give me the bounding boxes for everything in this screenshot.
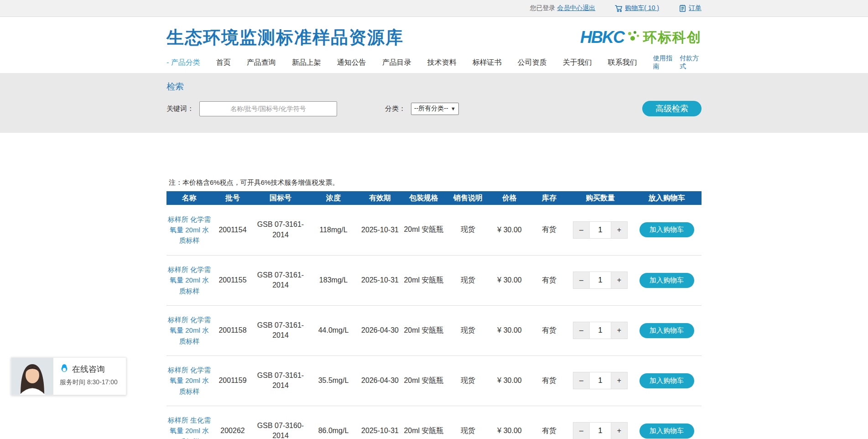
add-to-cart-button[interactable]: 加入购物车 (639, 222, 694, 237)
col-header-quantity: 购买数量 (569, 191, 632, 205)
concentration: 44.0mg/L (308, 305, 359, 355)
quantity-stepper: – + (573, 372, 628, 389)
add-to-cart-button[interactable]: 加入购物车 (639, 273, 694, 288)
batch-number: 2001159 (212, 355, 253, 406)
advanced-search-button[interactable]: 高级检索 (642, 101, 702, 116)
product-name-link[interactable]: 标样所 化学需氧量 20ml 水质标样 (168, 215, 211, 245)
gsb-number: GSB 07-3161-2014 (253, 355, 308, 406)
add-to-cart-button[interactable]: 加入购物车 (639, 423, 694, 439)
keyword-label: 关键词： (166, 105, 194, 113)
batch-number: 2001154 (212, 205, 253, 255)
nav-product-search[interactable]: 产品查询 (247, 58, 276, 68)
nav-company-qualifications[interactable]: 公司资质 (518, 58, 547, 68)
col-header-stock: 库存 (530, 191, 569, 205)
quantity-input[interactable] (589, 272, 611, 288)
quantity-increase-button[interactable]: + (611, 322, 627, 339)
concentration: 118mg/L (308, 205, 359, 255)
search-section-title: 检索 (166, 81, 702, 93)
gsb-number: GSB 07-3161-2014 (253, 255, 308, 305)
table-row: 标样所 化学需氧量 20ml 水质标样 2001159 GSB 07-3161-… (166, 355, 702, 406)
sales-note: 现货 (447, 205, 489, 255)
stock-status: 有货 (530, 255, 569, 305)
nav-sample-certificates[interactable]: 标样证书 (473, 58, 502, 68)
gsb-number: GSB 07-3160-2014 (253, 406, 308, 439)
table-row: 标样所 生化需氧量 20ml 水质标样 200262 GSB 07-3160-2… (166, 406, 702, 439)
header: 生态环境监测标准样品资源库 HBKC 环标科创 - 产品分类 首页 产品查询 新… (0, 17, 868, 73)
expiry-date: 2026-04-30 (359, 305, 401, 355)
quantity-increase-button[interactable]: + (611, 222, 627, 238)
nav-about-us[interactable]: 关于我们 (563, 58, 592, 68)
main-nav: - 产品分类 首页 产品查询 新品上架 通知公告 产品目录 技术资料 标样证书 … (166, 54, 702, 71)
quantity-decrease-button[interactable]: – (573, 322, 589, 339)
login-status-text: 您已登录 (530, 4, 555, 12)
stock-status: 有货 (530, 355, 569, 406)
chevron-down-icon: ▼ (451, 106, 456, 111)
stock-status: 有货 (530, 305, 569, 355)
quantity-stepper: – + (573, 422, 628, 439)
product-table-body: 标样所 化学需氧量 20ml 水质标样 2001154 GSB 07-3161-… (166, 205, 702, 439)
category-label: 分类： (385, 105, 405, 113)
nav-payment-methods[interactable]: 付款方式 (680, 54, 702, 71)
quantity-stepper: – + (573, 221, 628, 239)
online-chat-widget[interactable]: 在线咨询 服务时间 8:30-17:00 (11, 357, 126, 395)
price: ¥ 30.00 (489, 406, 530, 439)
nav-announcements[interactable]: 通知公告 (337, 58, 366, 68)
expiry-date: 2026-04-30 (359, 355, 401, 406)
chat-title: 在线咨询 (72, 364, 105, 375)
nav-contact-us[interactable]: 联系我们 (608, 58, 637, 68)
keyword-input[interactable] (199, 101, 337, 116)
add-to-cart-button[interactable]: 加入购物车 (639, 373, 694, 388)
concentration: 183mg/L (308, 255, 359, 305)
product-name-link[interactable]: 标样所 生化需氧量 20ml 水质标样 (168, 416, 211, 439)
package-spec: 20ml 安瓿瓶 (401, 406, 447, 439)
batch-number: 200262 (212, 406, 253, 439)
quantity-increase-button[interactable]: + (611, 372, 627, 389)
col-header-batch: 批号 (212, 191, 253, 205)
add-to-cart-button[interactable]: 加入购物车 (639, 323, 694, 338)
product-name-link[interactable]: 标样所 化学需氧量 20ml 水质标样 (168, 366, 211, 395)
orders-link[interactable]: 订单 (689, 4, 702, 12)
quantity-input[interactable] (589, 423, 611, 439)
quantity-decrease-button[interactable]: – (573, 423, 589, 439)
nav-user-guide[interactable]: 使用指南 (653, 54, 675, 71)
sales-note: 现货 (447, 255, 489, 305)
quantity-decrease-button[interactable]: – (573, 372, 589, 389)
stock-status: 有货 (530, 205, 569, 255)
quantity-input[interactable] (589, 222, 611, 238)
chat-service-hours: 服务时间 8:30-17:00 (60, 378, 126, 387)
quantity-increase-button[interactable]: + (611, 272, 627, 288)
col-header-concentration: 浓度 (308, 191, 359, 205)
logout-link[interactable]: 退出 (582, 4, 595, 12)
quantity-decrease-button[interactable]: – (573, 272, 589, 288)
quantity-stepper: – + (573, 322, 628, 339)
nav-home[interactable]: 首页 (216, 58, 231, 68)
product-name-link[interactable]: 标样所 化学需氧量 20ml 水质标样 (168, 266, 211, 295)
package-spec: 20ml 安瓿瓶 (401, 305, 447, 355)
cart-icon (614, 4, 623, 13)
quantity-decrease-button[interactable]: – (573, 222, 589, 238)
category-select[interactable]: --所有分类-- ▼ (411, 103, 459, 115)
nav-new-products[interactable]: 新品上架 (292, 58, 321, 68)
expiry-date: 2025-10-31 (359, 255, 401, 305)
table-row: 标样所 化学需氧量 20ml 水质标样 2001154 GSB 07-3161-… (166, 205, 702, 255)
quantity-input[interactable] (589, 322, 611, 339)
expiry-date: 2025-10-31 (359, 205, 401, 255)
package-spec: 20ml 安瓿瓶 (401, 255, 447, 305)
nav-product-categories[interactable]: - 产品分类 (166, 58, 200, 68)
col-header-price: 价格 (489, 191, 530, 205)
table-row: 标样所 化学需氧量 20ml 水质标样 2001155 GSB 07-3161-… (166, 255, 702, 305)
price: ¥ 30.00 (489, 305, 530, 355)
quantity-increase-button[interactable]: + (611, 423, 627, 439)
member-center-link[interactable]: 会员中心 (557, 4, 582, 12)
price: ¥ 30.00 (489, 205, 530, 255)
site-title: 生态环境监测标准样品资源库 (166, 26, 404, 49)
nav-technical-docs[interactable]: 技术资料 (427, 58, 457, 68)
cart-link[interactable]: 购物车( 10 ) (625, 4, 659, 12)
nav-product-catalog[interactable]: 产品目录 (382, 58, 411, 68)
concentration: 35.5mg/L (308, 355, 359, 406)
product-name-link[interactable]: 标样所 化学需氧量 20ml 水质标样 (168, 316, 211, 345)
batch-number: 2001155 (212, 255, 253, 305)
quantity-stepper: – + (573, 272, 628, 289)
quantity-input[interactable] (589, 372, 611, 389)
col-header-name: 名称 (166, 191, 212, 205)
